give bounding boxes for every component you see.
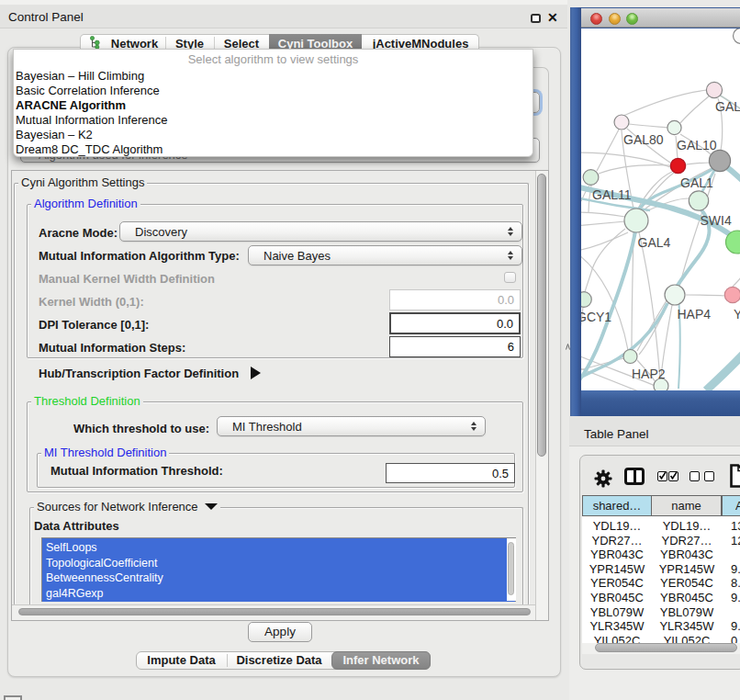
svg-text:GAL11: GAL11 (592, 187, 632, 202)
svg-text:GAL4: GAL4 (638, 235, 671, 250)
svg-text:Y: Y (734, 307, 740, 322)
svg-text:HAP2: HAP2 (632, 367, 666, 381)
svg-text:GAL10: GAL10 (677, 138, 717, 152)
svg-text:GCY1: GCY1 (581, 310, 611, 324)
svg-text:HAP4: HAP4 (678, 307, 712, 322)
svg-text:GAL1: GAL1 (680, 175, 713, 190)
svg-text:GAL80: GAL80 (623, 132, 664, 147)
svg-text:SWI4: SWI4 (701, 213, 732, 228)
svg-text:GAL7: GAL7 (715, 99, 740, 114)
